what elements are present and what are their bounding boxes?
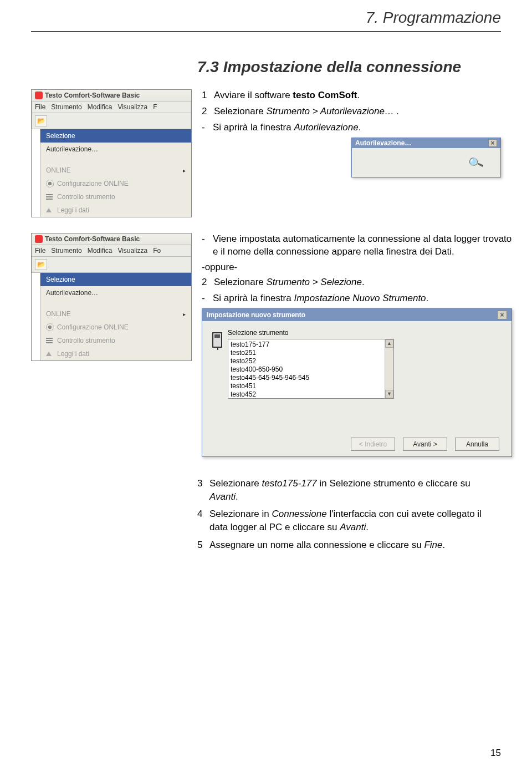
app-menubar-2: File Strumento Modifica Visualizza Fo <box>32 245 191 257</box>
dropdown-leggi-label: Leggi i dati <box>57 206 89 214</box>
dropdown-config-label: Configurazione ONLINE <box>57 180 129 187</box>
step-1-text: Avviare il software testo ComSoft. <box>214 89 360 102</box>
back-button: < Indietro <box>351 438 395 451</box>
menu-visualizza[interactable]: Visualizza <box>117 103 147 111</box>
menu-more-2[interactable]: Fo <box>153 247 161 255</box>
step-4-text: Selezionare in Connessione l'interfaccia… <box>209 507 501 534</box>
step-5-num: 5 <box>197 539 205 552</box>
app-window-2: Testo Comfort-Software Basic File Strume… <box>31 233 192 361</box>
chevron-right-icon: ▸ <box>183 167 186 174</box>
page-number: 15 <box>490 748 501 759</box>
result-2-text: Viene impostata automaticamente la conne… <box>213 233 512 258</box>
next-button[interactable]: Avanti > <box>403 438 447 451</box>
toolbar-open-icon-2[interactable]: 📂 <box>35 259 47 270</box>
app-toolbar: 📂 <box>32 113 191 129</box>
dash: - <box>202 121 207 134</box>
dropdown-autorilevazione-label-2: Autorilevazione… <box>46 289 98 297</box>
app-toolbar-2: 📂 <box>32 257 191 273</box>
dropdown-config: Configurazione ONLINE <box>40 177 191 190</box>
list-item[interactable]: testo251 <box>231 349 391 357</box>
dropdown-online-label: ONLINE <box>46 166 71 174</box>
device-icon <box>212 332 222 348</box>
menu-modifica[interactable]: Modifica <box>88 103 112 111</box>
menu-strumento-2[interactable]: Strumento <box>51 247 81 255</box>
dropdown-online: ONLINE ▸ <box>40 164 191 177</box>
list-item[interactable]: testo400-650-950 <box>231 365 391 374</box>
dropdown-online-2: ONLINE ▸ <box>40 307 191 321</box>
app-window-1: Testo Comfort-Software Basic File Strume… <box>31 89 192 217</box>
dropdown-autorilevazione-2[interactable]: Autorilevazione… <box>40 286 191 299</box>
step-4-num: 4 <box>197 507 205 534</box>
app-titlebar: Testo Comfort-Software Basic <box>32 90 191 101</box>
controller-icon <box>46 193 54 201</box>
list-item[interactable]: testo445-645-945-946-545 <box>231 374 391 382</box>
menu-file-2[interactable]: File <box>35 247 45 255</box>
search-icon: 🔍 <box>467 154 485 171</box>
app-logo-icon-2 <box>35 235 43 243</box>
menu-more[interactable]: F <box>153 103 157 111</box>
dropdown-online-label-2: ONLINE <box>46 310 71 318</box>
list-item[interactable]: testo452 <box>231 390 391 399</box>
list-item[interactable]: testo175-177 <box>231 341 391 349</box>
menu-visualizza-2[interactable]: Visualizza <box>117 247 147 255</box>
section-title: 7.3 Impostazione della connessione <box>197 58 501 76</box>
dropdown-controllo-2: Controllo strumento <box>40 334 191 347</box>
dropdown-selezione[interactable]: Selezione <box>40 129 191 143</box>
step-2b-text: Selezionare Strumento > Selezione. <box>214 276 365 289</box>
app-titlebar-2: Testo Comfort-Software Basic <box>32 233 191 245</box>
dropdown-leggi-2: Leggi i dati <box>40 347 191 360</box>
strumento-dropdown: Selezione Autorilevazione… ONLINE ▸ Co <box>40 129 191 217</box>
dropdown-config-2: Configurazione ONLINE <box>40 321 191 334</box>
gear-icon <box>46 180 54 187</box>
dropdown-autorilevazione[interactable]: Autorilevazione… <box>40 143 191 156</box>
autorilevazione-dialog-title: Autorilevazione… <box>355 139 411 147</box>
page-header: 7. Programmazione <box>0 0 532 31</box>
dropdown-controllo-label: Controllo strumento <box>57 193 115 201</box>
result-1-text: Si aprirà la finestra Autorilevazione. <box>213 121 361 134</box>
dropdown-controllo-label-2: Controllo strumento <box>57 337 115 344</box>
close-icon-2[interactable]: × <box>497 311 507 319</box>
list-item[interactable]: testo252 <box>231 357 391 365</box>
step-2-text: Selezionare Strumento > Autorilevazione…… <box>214 105 399 118</box>
menu-strumento[interactable]: Strumento <box>51 103 81 111</box>
cancel-button[interactable]: Annulla <box>455 438 499 451</box>
step-1-num: 1 <box>202 89 209 102</box>
app-left-gutter-2 <box>32 273 40 360</box>
result-3-text: Si aprirà la finestra Impostazione Nuovo… <box>213 292 428 305</box>
scroll-down-icon[interactable]: ▼ <box>385 390 393 398</box>
strumento-dropdown-2: Selezione Autorilevazione… ONLINE ▸ Co <box>40 273 191 360</box>
step-2b-num: 2 <box>202 276 209 289</box>
step-2-num: 2 <box>202 105 209 118</box>
upload-icon-2 <box>46 350 54 358</box>
oppure-label: -oppure- <box>202 262 512 273</box>
nuovo-strumento-title: Impostazione nuovo strumento <box>207 311 305 319</box>
step-3-num: 3 <box>197 477 205 504</box>
nuovo-strumento-dialog: Impostazione nuovo strumento × Selezione… <box>202 308 512 457</box>
dropdown-selezione-2[interactable]: Selezione <box>40 273 191 286</box>
app-menubar: File Strumento Modifica Visualizza F <box>32 101 191 113</box>
upload-icon <box>46 206 54 214</box>
dash-2: - <box>202 233 207 258</box>
dropdown-controllo: Controllo strumento <box>40 190 191 204</box>
dropdown-leggi: Leggi i dati <box>40 204 191 217</box>
dropdown-autorilevazione-label: Autorilevazione… <box>46 145 98 153</box>
close-icon[interactable]: × <box>488 139 497 147</box>
app-logo-icon <box>35 92 43 99</box>
scrollbar[interactable]: ▲ ▼ <box>385 339 393 398</box>
dropdown-selezione-label-2: Selezione <box>46 276 75 283</box>
list-item[interactable]: testo451 <box>231 382 391 390</box>
chevron-right-icon-2: ▸ <box>183 311 186 317</box>
menu-modifica-2[interactable]: Modifica <box>88 247 112 255</box>
dropdown-selezione-label: Selezione <box>46 132 75 140</box>
step-5-text: Assegnare un nome alla connessione e cli… <box>209 539 445 552</box>
scroll-up-icon[interactable]: ▲ <box>385 339 393 348</box>
app-left-gutter <box>32 129 40 217</box>
app-title-2: Testo Comfort-Software Basic <box>45 235 140 243</box>
menu-file[interactable]: File <box>35 103 45 111</box>
dropdown-leggi-label-2: Leggi i dati <box>57 350 89 358</box>
header-rule <box>31 31 501 32</box>
toolbar-open-icon[interactable]: 📂 <box>35 115 47 126</box>
strumento-listbox[interactable]: testo175-177 testo251 testo252 testo400-… <box>228 339 394 399</box>
selezione-group-label: Selezione strumento <box>228 329 502 337</box>
dropdown-config-label-2: Configurazione ONLINE <box>57 323 129 331</box>
